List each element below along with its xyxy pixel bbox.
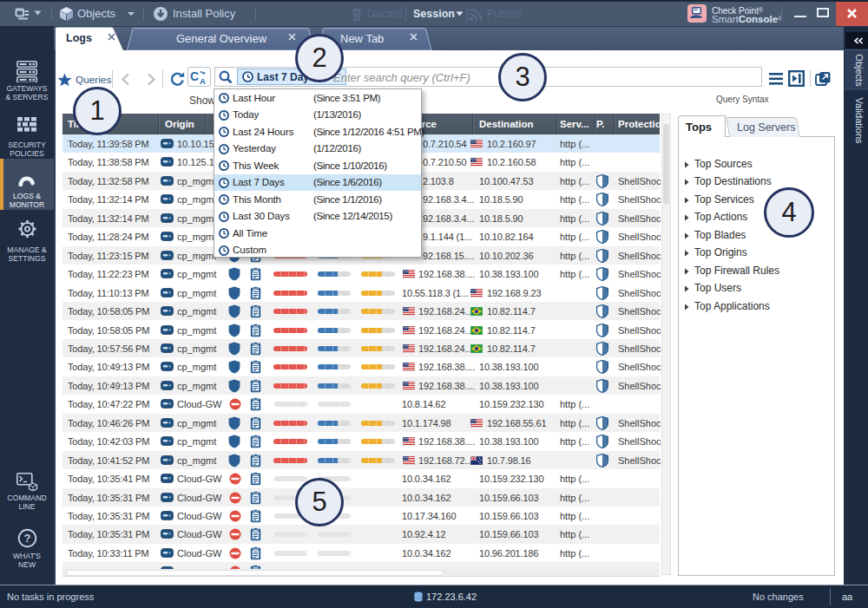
svg-text:C: C — [190, 69, 199, 83]
svg-text:A: A — [200, 76, 206, 85]
